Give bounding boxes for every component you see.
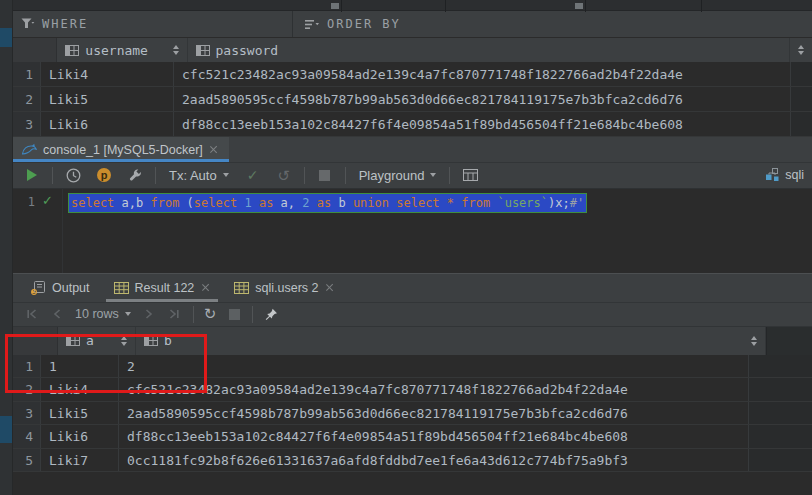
row-number[interactable]: 5 <box>13 449 41 472</box>
username-cell[interactable]: Liki4 <box>41 62 174 86</box>
mysql-dolphin-icon <box>21 143 37 157</box>
result-grid-body: 1122Liki4cfc521c23482ac93a09584ad2e139c4… <box>13 355 812 495</box>
first-page-button[interactable] <box>23 306 39 322</box>
where-filter-field[interactable]: WHERE <box>13 11 292 37</box>
settings-button[interactable] <box>124 164 146 186</box>
in-editor-results-button[interactable] <box>459 164 481 186</box>
row-number[interactable]: 1 <box>13 62 41 86</box>
table-row: 1Liki4cfc521c23482ac93a09584ad2e139c4a7f… <box>13 62 812 87</box>
close-icon[interactable] <box>209 145 219 155</box>
rail-indicator-bottom[interactable] <box>0 416 12 443</box>
check-icon: ✓ <box>247 168 259 182</box>
cell-b[interactable]: df88cc13eeb153a102c84427f6f4e09854a51f89… <box>119 425 749 448</box>
sql-token: as <box>259 196 273 210</box>
schema-selector[interactable]: sqli <box>765 168 804 182</box>
editor-toolbar: p Tx: Auto ✓ ↺ Playground <box>13 163 812 189</box>
sql-token: `users` <box>497 196 548 210</box>
cell-a[interactable]: Liki6 <box>41 425 119 448</box>
commit-button[interactable]: ✓ <box>242 164 264 186</box>
result-grid-header: a b <box>13 327 812 355</box>
last-page-button[interactable] <box>167 306 183 322</box>
sql-token <box>440 196 447 210</box>
divider <box>155 167 156 184</box>
cell-b[interactable]: 2aad5890595ccf4598b787b99ab563d0d66ec821… <box>119 402 749 425</box>
order-by-filter-field[interactable]: ORDER BY <box>293 11 812 37</box>
sort-toggle-icon[interactable] <box>173 45 179 55</box>
row-number[interactable]: 2 <box>13 87 41 111</box>
row-filler <box>749 425 812 448</box>
password-cell[interactable]: df88cc13eeb153a102c84427f6f4e09854a51f89… <box>174 112 791 136</box>
sql-token: )x; <box>548 196 570 210</box>
results-grid-icon <box>463 169 478 181</box>
page-size-dropdown[interactable]: 10 rows <box>75 307 131 321</box>
row-number[interactable]: 4 <box>13 425 41 448</box>
next-page-button[interactable] <box>141 306 157 322</box>
users-table-body: 1Liki4cfc521c23482ac93a09584ad2e139c4a7f… <box>13 62 812 137</box>
previous-page-button[interactable] <box>49 306 65 322</box>
column-header-b[interactable]: b <box>136 327 766 355</box>
tab-output[interactable]: Output <box>21 274 100 302</box>
password-cell[interactable]: 2aad5890595ccf4598b787b99ab563d0d66ec821… <box>174 87 791 111</box>
row-gutter-header[interactable] <box>13 38 57 62</box>
tab-result-122[interactable]: Result 122 <box>104 274 221 302</box>
divider <box>449 167 450 184</box>
cell-a[interactable]: Liki4 <box>41 378 119 401</box>
username-cell[interactable]: Liki5 <box>41 87 174 111</box>
parameters-button[interactable]: p <box>93 164 115 186</box>
sql-editor[interactable]: 1 ✓ select a,b from (select 1 as a, 2 as… <box>13 189 812 273</box>
close-icon[interactable] <box>325 283 335 293</box>
table-row: 4Liki6df88cc13eeb153a102c84427f6f4e09854… <box>13 425 812 449</box>
row-filler <box>749 449 812 472</box>
column-label: a <box>86 333 94 348</box>
stop-button[interactable] <box>314 164 336 186</box>
column-header-a[interactable]: a <box>58 327 136 355</box>
cell-a[interactable]: Liki5 <box>41 402 119 425</box>
close-icon[interactable] <box>200 283 210 293</box>
row-number[interactable]: 1 <box>13 355 41 378</box>
cell-b[interactable]: cfc521c23482ac93a09584ad2e139c4a7fc87077… <box>119 378 749 401</box>
result-grid: a b 1122Liki4cfc521c23482ac93a09584ad2e1… <box>13 327 812 495</box>
grid-sort-settings-icon[interactable] <box>751 336 757 346</box>
stop-query-button[interactable] <box>226 306 242 322</box>
where-label: WHERE <box>42 17 88 31</box>
cell-b[interactable]: 0cc1181fc92b8f626e61331637a6afd8fddbd7ee… <box>119 449 749 472</box>
sort-toggle-icon[interactable] <box>121 336 127 346</box>
playground-label: Playground <box>359 168 425 183</box>
row-number[interactable]: 3 <box>13 402 41 425</box>
cell-a[interactable]: 1 <box>41 355 119 378</box>
sql-token: b <box>331 196 353 210</box>
cell-b[interactable]: 2 <box>119 355 749 378</box>
rail-indicator-top[interactable] <box>0 28 12 47</box>
tx-mode-dropdown[interactable]: Tx: Auto <box>165 168 233 183</box>
active-tab-indicator <box>13 159 229 162</box>
tab-sqli-users-2[interactable]: sqli.users 2 <box>224 274 344 302</box>
pin-tab-button[interactable] <box>263 306 279 322</box>
row-number[interactable]: 2 <box>13 378 41 401</box>
grid-sort-settings-icon[interactable] <box>798 45 804 55</box>
editor-code-area[interactable]: select a,b from (select 1 as a, 2 as b u… <box>63 189 812 273</box>
stop-icon <box>229 309 240 320</box>
rollback-button[interactable]: ↺ <box>273 164 295 186</box>
password-cell[interactable]: cfc521c23482ac93a09584ad2e139c4a7fc87077… <box>174 62 791 86</box>
wrench-icon <box>128 168 142 182</box>
cell-a[interactable]: Liki7 <box>41 449 119 472</box>
history-button[interactable] <box>62 164 84 186</box>
execute-button[interactable] <box>21 164 43 186</box>
tab-console-mysql[interactable]: console_1 [MySQL5-Docker] <box>13 137 229 162</box>
reload-data-button[interactable]: ↻ <box>204 305 217 323</box>
sql-statement-selected[interactable]: select a,b from (select 1 as a, 2 as b u… <box>68 193 587 213</box>
row-gutter-header[interactable] <box>13 327 58 355</box>
playground-dropdown[interactable]: Playground <box>355 168 441 183</box>
row-number[interactable]: 3 <box>13 112 41 136</box>
sql-token: a,b <box>114 196 150 210</box>
sql-token: a, <box>273 196 302 210</box>
column-header-password[interactable]: password <box>188 38 790 62</box>
stop-icon <box>319 170 330 181</box>
column-header-username[interactable]: username <box>57 38 187 62</box>
row-filler <box>791 112 812 136</box>
result-grid-icon <box>114 282 129 294</box>
filter-bar: WHERE ORDER BY <box>13 11 812 38</box>
tab-label: Result 122 <box>135 281 195 295</box>
username-cell[interactable]: Liki6 <box>41 112 174 136</box>
divider <box>701 0 702 12</box>
